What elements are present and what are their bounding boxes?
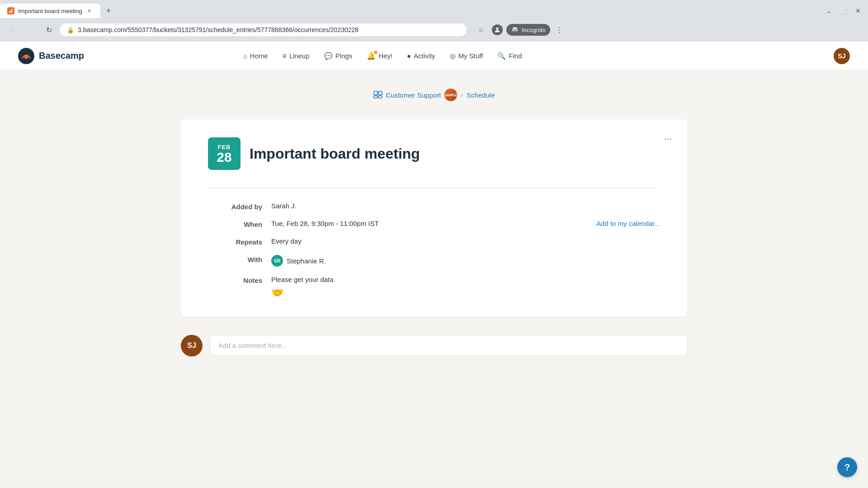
close-window-button[interactable]: ✕ — [852, 5, 864, 17]
project-icon — [373, 90, 382, 100]
content-area: Customer Support SAMPLE › Schedule ··· F… — [0, 70, 868, 488]
comment-section: SJ Add a comment here... — [181, 335, 687, 357]
with-value: SR Stephanie R. — [271, 255, 660, 267]
content-inner: Customer Support SAMPLE › Schedule ··· F… — [163, 70, 705, 366]
tab-close-button[interactable]: ✕ — [86, 7, 93, 14]
svg-rect-4 — [378, 91, 382, 95]
add-to-calendar-link[interactable]: Add to my calendar... — [596, 220, 660, 227]
notes-value: Please get your data 🤝 — [271, 276, 660, 299]
address-bar[interactable]: 🔒 3.basecamp.com/5550377/buckets/3132579… — [60, 23, 467, 36]
svg-point-2 — [24, 55, 28, 59]
schedule-link[interactable]: Schedule — [467, 91, 495, 99]
forward-button[interactable]: → — [24, 23, 38, 37]
nav-find[interactable]: 🔍 Find — [491, 48, 528, 64]
nav-lineup[interactable]: ≡ Lineup — [276, 48, 316, 63]
with-label: With — [208, 255, 262, 263]
comment-input[interactable]: Add a comment here... — [210, 335, 687, 356]
bookmark-button[interactable]: ☆ — [474, 23, 488, 37]
breadcrumb: Customer Support SAMPLE › Schedule — [181, 80, 687, 106]
nav-mystuff[interactable]: ◎ My Stuff — [443, 48, 490, 64]
added-by-label: Added by — [208, 202, 262, 211]
tab-bar: 🏕 Important board meeting ✕ + ⌄ ⬜ ✕ — [0, 0, 868, 18]
project-name: Customer Support — [386, 91, 441, 99]
home-icon: ⌂ — [243, 52, 247, 60]
nav-pings[interactable]: 💬 Pings — [318, 48, 359, 64]
breadcrumb-separator: › — [461, 91, 463, 99]
when-label: When — [208, 220, 262, 228]
event-details: Added by Sarah J. When Tue, Feb 28, 9:30… — [208, 202, 660, 299]
top-nav: Basecamp ⌂ Home ≡ Lineup 💬 Pings 🔔 Hey! — [0, 42, 868, 70]
nav-activity[interactable]: ● Activity — [401, 48, 442, 63]
pings-icon: 💬 — [324, 52, 333, 60]
svg-rect-5 — [374, 96, 377, 98]
mystuff-icon: ◎ — [450, 52, 456, 60]
date-day: 28 — [217, 150, 231, 164]
event-card: ··· Feb 28 Important board meeting Added… — [181, 119, 687, 317]
profile-button[interactable] — [490, 23, 505, 37]
activity-icon: ● — [407, 52, 411, 60]
find-icon: 🔍 — [497, 52, 506, 60]
incognito-label: Incognito — [522, 27, 546, 33]
toolbar-actions: ☆ Incognito ⋮ — [474, 23, 566, 37]
sample-badge: SAMPLE — [444, 89, 457, 101]
url-text: 3.basecamp.com/5550377/buckets/31325791/… — [78, 26, 459, 33]
repeats-value: Every day — [271, 237, 660, 245]
svg-rect-6 — [378, 96, 382, 98]
event-title: Important board meeting — [250, 145, 420, 162]
active-tab[interactable]: 🏕 Important board meeting ✕ — [0, 4, 100, 18]
back-button[interactable]: ← — [5, 23, 20, 37]
event-header: Feb 28 Important board meeting — [208, 137, 660, 170]
participant-name: Stephanie R. — [287, 257, 326, 265]
svg-point-0 — [496, 28, 498, 30]
nav-hey[interactable]: 🔔 Hey! — [360, 48, 399, 64]
extensions-button[interactable]: ⋮ — [552, 23, 566, 37]
added-by-value: Sarah J. — [271, 202, 660, 210]
app-container: Basecamp ⌂ Home ≡ Lineup 💬 Pings 🔔 Hey! — [0, 42, 868, 488]
svg-rect-3 — [374, 91, 377, 95]
help-button[interactable]: ? — [837, 457, 857, 477]
notes-label: Notes — [208, 276, 262, 284]
notes-emoji: 🤝 — [271, 287, 660, 299]
date-badge: Feb 28 — [208, 137, 241, 170]
minimize-button[interactable]: ⌄ — [823, 5, 835, 17]
reload-button[interactable]: ↻ — [42, 23, 56, 37]
window-controls: ⌄ ⬜ ✕ — [823, 5, 868, 17]
browser-toolbar: ← → ↻ 🔒 3.basecamp.com/5550377/buckets/3… — [0, 18, 868, 42]
incognito-indicator: Incognito — [506, 24, 550, 36]
nav-links: ⌂ Home ≡ Lineup 💬 Pings 🔔 Hey! ● Activi — [237, 48, 528, 64]
nav-home[interactable]: ⌂ Home — [237, 48, 274, 63]
logo[interactable]: Basecamp — [18, 48, 84, 64]
lineup-icon: ≡ — [283, 52, 287, 60]
when-value: Tue, Feb 28, 9:30pm - 11:00pm IST Add to… — [271, 220, 660, 227]
project-link[interactable]: Customer Support — [386, 91, 441, 99]
new-tab-button[interactable]: + — [102, 5, 115, 17]
comment-placeholder: Add a comment here... — [218, 342, 287, 349]
lock-icon: 🔒 — [67, 27, 74, 33]
browser-chrome: 🏕 Important board meeting ✕ + ⌄ ⬜ ✕ ← → … — [0, 0, 868, 42]
comment-user-avatar: SJ — [181, 335, 203, 357]
participant-avatar: SR — [271, 255, 283, 267]
tab-title: Important board meeting — [18, 8, 82, 14]
maximize-button[interactable]: ⬜ — [837, 5, 850, 17]
more-options-button[interactable]: ··· — [660, 130, 676, 146]
tab-favicon: 🏕 — [7, 7, 14, 14]
divider — [208, 188, 660, 188]
hey-icon: 🔔 — [367, 52, 376, 60]
repeats-label: Repeats — [208, 237, 262, 246]
user-avatar[interactable]: SJ — [834, 48, 850, 64]
logo-text: Basecamp — [39, 51, 84, 61]
